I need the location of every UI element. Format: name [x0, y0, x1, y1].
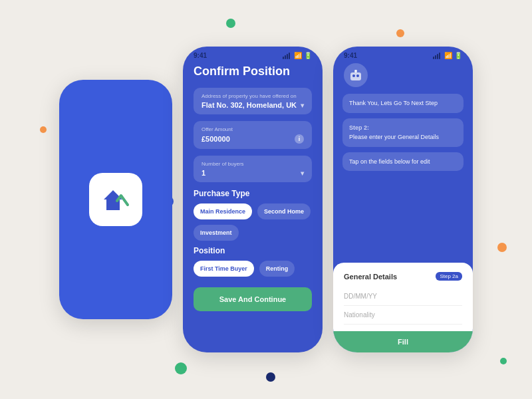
app-icon [89, 173, 142, 226]
phones-container: 9:41 📶 🔋 Confirm Position Address of pro… [59, 47, 473, 352]
chat-time: 9:41 [344, 52, 357, 59]
renting-btn[interactable]: Renting [259, 261, 295, 277]
chat-bubble-3: Tap on the fields below for edit [342, 152, 464, 172]
second-home-btn[interactable]: Second Home [257, 203, 311, 219]
purchase-type-title: Purchase Type [194, 189, 312, 198]
position-options: First Time Buyer Renting [194, 261, 312, 277]
status-time: 9:41 [194, 52, 207, 59]
phone-chat: 9:41 📶 🔋 [333, 47, 473, 352]
status-icons: 📶 🔋 [283, 52, 312, 59]
decorative-dot [396, 29, 404, 37]
form-content: Confirm Position Address of property you… [183, 62, 323, 352]
offer-amount-field[interactable]: Offer Amount £500000 i [194, 121, 312, 149]
fill-button[interactable]: Fill [333, 331, 473, 352]
address-label: Address of property you have offered on [201, 93, 304, 99]
general-details-card: General Details Step 2a DD/MM/YY Nationa… [333, 263, 473, 352]
first-time-buyer-btn[interactable]: First Time Buyer [194, 261, 254, 277]
app-logo-icon [98, 186, 133, 213]
chevron-down-icon: ▾ [301, 170, 304, 177]
page-title: Confirm Position [194, 65, 312, 78]
phone-confirm-position: 9:41 📶 🔋 Confirm Position Address of pro… [183, 47, 323, 352]
buyers-value: 1 ▾ [201, 169, 304, 177]
wifi-icon: 📶 [294, 52, 302, 59]
purchase-type-options-row2: Investment [194, 225, 312, 241]
svg-point-2 [356, 74, 359, 77]
chat-bubble-2: Step 2: Please enter your General Detail… [342, 118, 464, 147]
gd-header: General Details Step 2a [344, 272, 462, 281]
decorative-dot [497, 243, 507, 252]
chevron-down-icon: ▾ [301, 102, 304, 109]
svg-rect-0 [350, 72, 361, 80]
wifi-icon: 📶 [444, 52, 452, 59]
address-value: Flat No. 302, Homeland, UK ▾ [201, 101, 304, 109]
main-residence-btn[interactable]: Main Residence [194, 203, 252, 219]
bot-avatar [344, 63, 368, 87]
decorative-dot [175, 362, 187, 374]
chat-messages: Thank You, Lets Go To Next Step Step 2: … [333, 94, 473, 263]
status-icons: 📶 🔋 [433, 52, 462, 59]
signal-icon [433, 53, 440, 59]
offer-label: Offer Amount [201, 126, 304, 132]
buyers-label: Number of buyers [201, 161, 304, 167]
purchase-type-options: Main Residence Second Home [194, 203, 312, 219]
status-bar: 9:41 📶 🔋 [183, 47, 323, 62]
phone-logo [59, 80, 172, 319]
buyers-field[interactable]: Number of buyers 1 ▾ [194, 156, 312, 182]
nationality-field[interactable]: Nationality [344, 306, 462, 325]
battery-icon: 🔋 [454, 52, 462, 59]
decorative-dot [40, 126, 47, 133]
decorative-dot [500, 358, 507, 364]
info-icon: i [295, 134, 304, 144]
address-field[interactable]: Address of property you have offered on … [194, 88, 312, 114]
bot-icon [348, 67, 364, 83]
gd-step-badge: Step 2a [436, 272, 462, 281]
decorative-dot [226, 19, 235, 28]
offer-value: £500000 i [201, 134, 304, 144]
dob-field[interactable]: DD/MM/YY [344, 287, 462, 306]
battery-icon: 🔋 [304, 52, 312, 59]
decorative-dot [266, 372, 275, 382]
save-continue-button[interactable]: Save And Continue [194, 287, 312, 311]
svg-point-1 [352, 74, 355, 77]
signal-icon [283, 53, 290, 59]
position-title: Position [194, 246, 312, 255]
chat-status-bar: 9:41 📶 🔋 [333, 47, 473, 63]
chat-bubble-1: Thank You, Lets Go To Next Step [342, 94, 464, 113]
gd-title: General Details [344, 273, 397, 281]
investment-btn[interactable]: Investment [194, 225, 239, 241]
